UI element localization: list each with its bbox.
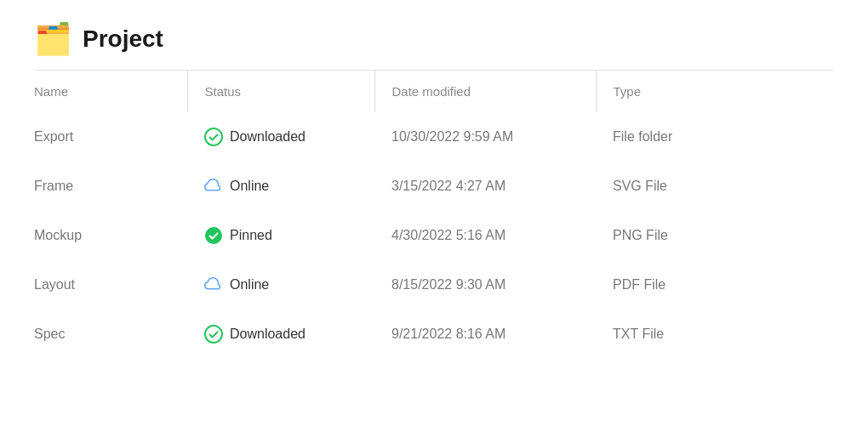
- table-row: Mockup Pinned 4/30/2022 5:16 AM PNG File: [34, 211, 834, 260]
- file-table: Name Status Date modified Type Export Do…: [34, 71, 834, 359]
- status-icon-downloaded: [204, 325, 223, 344]
- cell-name: Spec: [34, 310, 187, 359]
- status-icon-online: [204, 177, 223, 196]
- cell-status: Pinned: [187, 211, 374, 260]
- status-icon-online: [204, 275, 223, 294]
- status-label: Online: [230, 277, 269, 293]
- cell-date: 8/15/2022 9:30 AM: [374, 260, 596, 310]
- cell-date: 3/15/2022 4:27 AM: [374, 162, 596, 211]
- table-header: Name Status Date modified Type: [34, 71, 834, 112]
- cell-name: Export: [34, 112, 187, 162]
- table-row: Frame Online 3/15/2022 4:27 AM SVG File: [34, 162, 834, 211]
- col-header-name: Name: [34, 71, 187, 112]
- folder-icon: 🗂️: [34, 24, 72, 54]
- cell-status: Online: [187, 162, 374, 211]
- cell-type: PNG File: [596, 211, 834, 260]
- status-label: Downloaded: [230, 327, 306, 342]
- svg-point-1: [205, 227, 222, 244]
- cell-name: Frame: [34, 162, 187, 211]
- cell-name: Layout: [34, 260, 187, 310]
- cell-status: Downloaded: [187, 112, 374, 162]
- svg-point-2: [205, 326, 222, 343]
- status-icon-downloaded: [204, 128, 223, 146]
- table-body: Export Downloaded 10/30/2022 9:59 AM Fil…: [34, 112, 834, 359]
- status-label: Online: [230, 179, 269, 194]
- table-row: Export Downloaded 10/30/2022 9:59 AM Fil…: [34, 112, 834, 162]
- cell-type: File folder: [596, 112, 834, 162]
- cell-status: Downloaded: [187, 310, 374, 359]
- page-title: Project: [83, 26, 163, 53]
- status-label: Downloaded: [230, 129, 306, 145]
- cell-type: TXT File: [596, 310, 834, 359]
- cell-date: 9/21/2022 8:16 AM: [374, 310, 596, 359]
- table-row: Spec Downloaded 9/21/2022 8:16 AM TXT Fi…: [34, 310, 834, 359]
- col-header-date: Date modified: [374, 71, 596, 112]
- svg-point-0: [205, 128, 222, 145]
- table-row: Layout Online 8/15/2022 9:30 AM PDF File: [34, 260, 834, 310]
- cell-name: Mockup: [34, 211, 187, 260]
- cell-status: Online: [187, 260, 374, 310]
- status-label: Pinned: [230, 228, 272, 243]
- cell-date: 10/30/2022 9:59 AM: [374, 112, 596, 162]
- col-header-type: Type: [596, 71, 834, 112]
- page-header: 🗂️ Project: [0, 0, 868, 70]
- col-header-status: Status: [187, 71, 374, 112]
- cell-type: SVG File: [596, 162, 834, 211]
- cell-date: 4/30/2022 5:16 AM: [374, 211, 596, 260]
- status-icon-pinned: [204, 226, 223, 245]
- file-table-wrapper: Name Status Date modified Type Export Do…: [0, 71, 868, 359]
- cell-type: PDF File: [596, 260, 834, 310]
